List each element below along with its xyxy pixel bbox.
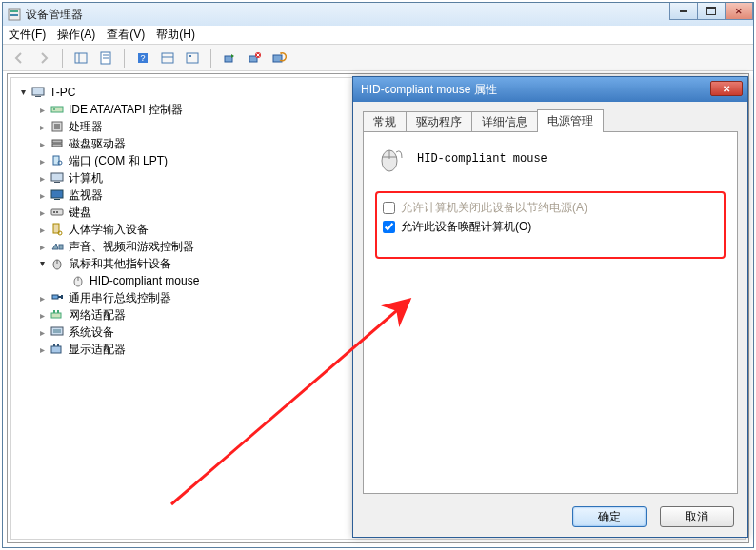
mouse-icon [70, 273, 86, 288]
allow-wake-checkbox[interactable] [383, 221, 395, 233]
svg-rect-21 [35, 96, 41, 97]
menu-view[interactable]: 查看(V) [107, 27, 145, 43]
expand-toggle-icon[interactable] [17, 87, 29, 98]
cancel-button[interactable]: 取消 [660, 506, 734, 527]
device-category-icon [50, 324, 65, 340]
expand-toggle-icon[interactable] [36, 121, 48, 132]
svg-rect-35 [53, 211, 55, 213]
svg-rect-30 [51, 173, 63, 181]
ok-button[interactable]: 确定 [572, 506, 647, 527]
app-icon [7, 7, 22, 22]
svg-rect-33 [54, 199, 60, 200]
mouse-category-icon [50, 256, 65, 271]
update-driver-button[interactable] [219, 48, 240, 69]
device-category-icon [50, 342, 65, 357]
window-controls [670, 3, 753, 20]
expand-toggle-icon[interactable] [36, 189, 48, 201]
device-category-icon [50, 239, 65, 254]
tree-node-label: T-PC [50, 86, 75, 99]
dialog-close-button[interactable] [710, 81, 743, 96]
svg-rect-50 [53, 329, 61, 333]
tree-node-label: 声音、视频和游戏控制器 [69, 239, 194, 255]
tree-node-label: 监视器 [69, 187, 103, 204]
svg-rect-32 [51, 190, 63, 198]
device-category-icon [50, 307, 65, 323]
svg-rect-46 [51, 313, 61, 318]
help-button[interactable]: ? [132, 48, 153, 69]
dialog-title: HID-compliant mouse 属性 [361, 82, 497, 98]
expand-toggle-icon[interactable] [36, 138, 48, 149]
toolbar-separator [62, 49, 63, 68]
tree-node-label: 端口 (COM 和 LPT) [69, 153, 168, 169]
tab-power-management[interactable]: 电源管理 [537, 109, 604, 132]
expand-toggle-icon[interactable] [36, 292, 48, 304]
tree-node-label: 键盘 [69, 205, 91, 221]
menu-bar: 文件(F) 操作(A) 查看(V) 帮助(H) [3, 26, 753, 45]
scan-hardware-button[interactable] [269, 48, 289, 69]
show-hide-tree-button[interactable] [70, 48, 91, 69]
tree-node-label: 网络适配器 [69, 307, 126, 324]
expand-toggle-icon[interactable] [36, 309, 48, 321]
tab-details[interactable]: 详细信息 [471, 111, 538, 132]
properties-button[interactable] [95, 48, 116, 69]
svg-rect-2 [10, 14, 18, 16]
svg-rect-36 [56, 211, 58, 213]
svg-rect-20 [32, 88, 44, 95]
annotation-highlight: 允许计算机关闭此设备以节约电源(A) 允许此设备唤醒计算机(O) [375, 191, 726, 259]
device-category-icon [50, 187, 65, 203]
tab-strip: 常规 驱动程序 详细信息 电源管理 [363, 109, 738, 132]
svg-rect-45 [61, 295, 63, 299]
tree-node-label: IDE ATA/ATAPI 控制器 [69, 102, 183, 118]
device-category-icon [50, 136, 65, 151]
back-button[interactable] [9, 48, 30, 69]
device-category-icon [50, 153, 65, 168]
device-name-label: HID-compliant mouse [417, 152, 547, 166]
tab-general[interactable]: 常规 [363, 111, 407, 132]
minimize-button[interactable] [669, 3, 698, 20]
menu-action[interactable]: 操作(A) [57, 27, 95, 43]
toolbar-button[interactable] [157, 48, 178, 69]
expand-toggle-icon[interactable] [36, 326, 48, 338]
tab-panel-power: HID-compliant mouse 允许计算机关闭此设备以节约电源(A) 允… [363, 132, 738, 494]
svg-rect-3 [75, 53, 87, 63]
expand-toggle-icon[interactable] [36, 224, 48, 235]
svg-rect-25 [54, 124, 60, 129]
allow-wake-row[interactable]: 允许此设备唤醒计算机(O) [383, 219, 718, 235]
device-category-icon [50, 290, 65, 305]
device-category-icon [50, 170, 65, 186]
expand-toggle-icon[interactable] [36, 206, 48, 218]
svg-rect-44 [52, 295, 58, 299]
expand-toggle-icon[interactable] [36, 241, 48, 252]
tree-node-label: 磁盘驱动器 [69, 136, 126, 152]
maximize-button[interactable] [697, 3, 726, 20]
expand-toggle-icon[interactable] [36, 258, 48, 269]
tree-node-label: 计算机 [69, 170, 103, 187]
svg-rect-10 [162, 53, 173, 63]
allow-power-off-row[interactable]: 允许计算机关闭此设备以节约电源(A) [383, 200, 718, 216]
toolbar-separator [124, 49, 125, 68]
dialog-titlebar[interactable]: HID-compliant mouse 属性 [353, 77, 747, 102]
uninstall-button[interactable] [244, 48, 265, 69]
allow-power-off-checkbox[interactable] [383, 202, 395, 214]
device-header: HID-compliant mouse [375, 144, 726, 174]
device-category-icon [50, 222, 65, 237]
expand-toggle-icon[interactable] [36, 344, 48, 355]
svg-rect-47 [53, 310, 55, 313]
main-window-title: 设备管理器 [26, 7, 83, 23]
menu-help[interactable]: 帮助(H) [156, 27, 195, 43]
svg-rect-53 [57, 344, 59, 346]
tree-node-label: 系统设备 [69, 324, 114, 341]
forward-button[interactable] [33, 48, 54, 69]
tree-node-label: 显示适配器 [69, 342, 126, 358]
toolbar-button[interactable] [182, 48, 203, 69]
expand-toggle-icon[interactable] [36, 104, 48, 115]
tree-node-label: 鼠标和其他指针设备 [69, 256, 171, 272]
tab-driver[interactable]: 驱动程序 [406, 111, 472, 132]
svg-rect-27 [52, 144, 62, 147]
expand-toggle-icon[interactable] [36, 172, 48, 184]
main-titlebar[interactable]: 设备管理器 [3, 3, 753, 26]
expand-toggle-icon[interactable] [36, 155, 48, 167]
svg-rect-51 [51, 346, 61, 353]
close-button[interactable] [725, 3, 753, 20]
menu-file[interactable]: 文件(F) [9, 27, 46, 43]
